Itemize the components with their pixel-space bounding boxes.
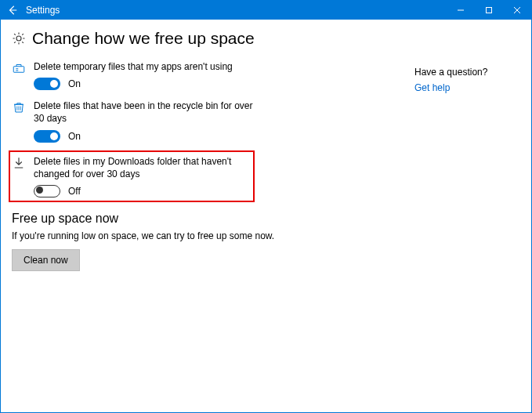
setting-downloads: Delete files in my Downloads folder that… xyxy=(12,155,252,197)
back-button[interactable] xyxy=(1,1,24,20)
question-heading: Have a question? xyxy=(414,67,513,78)
temp-files-icon xyxy=(12,61,26,75)
setting-downloads-label: Delete files in my Downloads folder that… xyxy=(34,155,252,180)
setting-downloads-state: Off xyxy=(68,186,81,197)
freeup-description: If you're running low on space, we can t… xyxy=(12,230,411,241)
setting-temp-files: Delete temporary files that my apps aren… xyxy=(12,57,411,96)
setting-recycle-bin-state: On xyxy=(68,131,81,142)
clean-now-button[interactable]: Clean now xyxy=(12,249,80,271)
svg-rect-1 xyxy=(13,67,24,73)
maximize-button[interactable] xyxy=(475,1,503,20)
setting-recycle-bin-toggle[interactable] xyxy=(34,130,60,143)
setting-temp-files-state: On xyxy=(68,78,81,89)
page-heading-text: Change how we free up space xyxy=(32,29,255,48)
get-help-link[interactable]: Get help xyxy=(414,82,513,93)
right-sidebar: Have a question? Get help xyxy=(411,29,513,271)
page-title: Change how we free up space xyxy=(29,29,411,48)
maximize-icon xyxy=(485,6,493,14)
svg-rect-0 xyxy=(487,8,492,13)
main-pane: Change how we free up space Delete tempo… xyxy=(12,29,411,271)
setting-temp-files-label: Delete temporary files that my apps aren… xyxy=(34,60,253,73)
close-icon xyxy=(513,6,521,14)
minimize-icon xyxy=(457,6,465,14)
freeup-heading: Free up space now xyxy=(12,212,411,226)
setting-recycle-bin: Delete files that have been in the recyc… xyxy=(12,96,411,148)
minimize-button[interactable] xyxy=(447,1,475,20)
setting-downloads-toggle[interactable] xyxy=(34,185,60,197)
back-arrow-icon xyxy=(7,5,18,16)
highlight-box: Delete files in my Downloads folder that… xyxy=(9,150,255,202)
recycle-bin-icon xyxy=(12,100,26,114)
title-bar: Settings xyxy=(1,1,531,20)
setting-recycle-bin-label: Delete files that have been in the recyc… xyxy=(34,100,253,125)
close-button[interactable] xyxy=(503,1,531,20)
download-icon xyxy=(12,156,26,170)
setting-temp-files-toggle[interactable] xyxy=(34,78,60,90)
gear-icon xyxy=(12,31,26,45)
window-title: Settings xyxy=(24,5,60,16)
